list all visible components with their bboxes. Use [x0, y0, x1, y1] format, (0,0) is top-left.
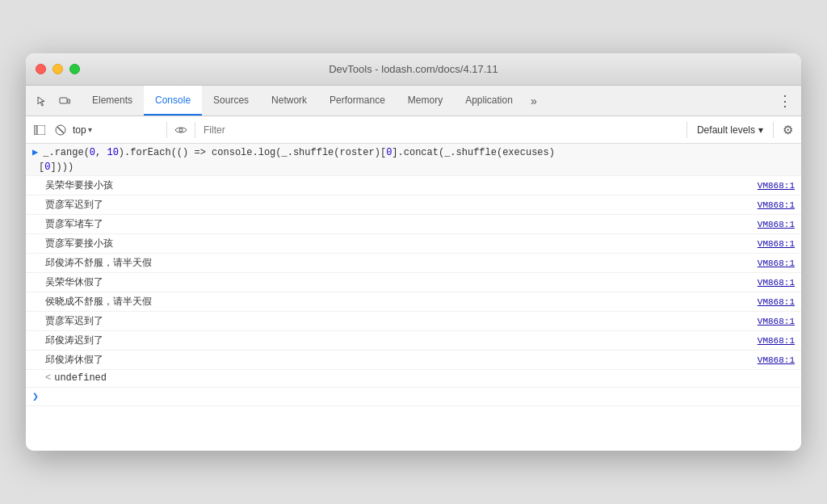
- sidebar-toggle-icon[interactable]: [31, 121, 48, 139]
- tab-performance[interactable]: Performance: [318, 86, 397, 116]
- vm-link-1[interactable]: VM868:1: [758, 200, 795, 210]
- log-entry-5: 吴荣华休假了 VM868:1: [26, 273, 801, 292]
- tab-network[interactable]: Network: [260, 86, 318, 116]
- vm-link-9[interactable]: VM868:1: [758, 355, 795, 365]
- vm-link-6[interactable]: VM868:1: [758, 297, 795, 307]
- vm-link-8[interactable]: VM868:1: [758, 336, 795, 346]
- traffic-lights: [36, 64, 80, 74]
- context-selector[interactable]: top ▾: [73, 120, 162, 141]
- log-entry-0: 吴荣华要接小孩 VM868:1: [26, 176, 801, 195]
- devtools-window: DevTools - lodash.com/docs/4.17.11 Eleme…: [26, 53, 801, 451]
- vm-link-2[interactable]: VM868:1: [758, 220, 795, 229]
- log-levels-selector[interactable]: Default levels ▾: [692, 124, 768, 136]
- log-text-3: 贾彦军要接小孩: [45, 237, 748, 250]
- prompt-chevron: ❯: [32, 390, 39, 403]
- log-text-8: 邱俊涛迟到了: [45, 334, 748, 347]
- console-output-area: ▶ _.range(0, 10).forEach(() => console.l…: [26, 144, 801, 451]
- command-line-1: ▶ _.range(0, 10).forEach(() => console.l…: [26, 144, 801, 161]
- log-text-9: 邱俊涛休假了: [45, 353, 748, 367]
- undefined-output: < undefined: [26, 370, 801, 388]
- window-title: DevTools - lodash.com/docs/4.17.11: [329, 63, 498, 75]
- log-text-6: 侯晓成不舒服，请半天假: [45, 295, 748, 309]
- more-tabs-button[interactable]: »: [524, 86, 544, 116]
- command-prompt-arrow: ▶: [32, 146, 38, 158]
- vm-link-3[interactable]: VM868:1: [758, 239, 795, 249]
- svg-point-6: [179, 128, 183, 132]
- log-entry-2: 贾彦军堵车了 VM868:1: [26, 215, 801, 234]
- svg-line-5: [57, 127, 64, 133]
- log-entry-6: 侯晓成不舒服，请半天假 VM868:1: [26, 292, 801, 312]
- devtools-menu-button[interactable]: ⋮: [770, 86, 801, 116]
- svg-rect-1: [68, 99, 70, 103]
- log-text-2: 贾彦军堵车了: [45, 217, 748, 231]
- console-toolbar: top ▾ Default levels ▾ ⚙: [26, 116, 801, 144]
- log-text-7: 贾彦军迟到了: [45, 314, 748, 328]
- command-continuation: [0]))): [39, 162, 795, 173]
- log-entry-8: 邱俊涛迟到了 VM868:1: [26, 331, 801, 351]
- tabs-bar: Elements Console Sources Network Perform…: [26, 86, 801, 116]
- titlebar: DevTools - lodash.com/docs/4.17.11: [26, 53, 801, 86]
- tab-sources[interactable]: Sources: [202, 86, 260, 116]
- tab-console[interactable]: Console: [144, 86, 202, 116]
- toolbar-divider-2: [195, 122, 195, 138]
- log-entry-9: 邱俊涛休假了 VM868:1: [26, 351, 801, 370]
- close-button[interactable]: [36, 64, 46, 74]
- chevron-down-icon: ▾: [758, 124, 763, 136]
- tab-application[interactable]: Application: [454, 86, 524, 116]
- vm-link-4[interactable]: VM868:1: [758, 258, 795, 268]
- log-text-4: 邱俊涛不舒服，请半天假: [45, 256, 748, 270]
- tab-memory[interactable]: Memory: [397, 86, 454, 116]
- log-text-5: 吴荣华休假了: [45, 275, 748, 289]
- inspect-cursor-icon[interactable]: [32, 91, 52, 111]
- console-prompt-line[interactable]: ❯: [26, 388, 801, 406]
- log-entry-1: 贾彦军迟到了 VM868:1: [26, 195, 801, 215]
- tab-elements[interactable]: Elements: [81, 86, 144, 116]
- log-entry-4: 邱俊涛不舒服，请半天假 VM868:1: [26, 254, 801, 273]
- vm-link-5[interactable]: VM868:1: [758, 278, 795, 288]
- toolbar-divider-4: [773, 122, 774, 138]
- eye-icon[interactable]: [172, 121, 190, 139]
- log-outputs-container: 吴荣华要接小孩 VM868:1 贾彦军迟到了 VM868:1 贾彦军堵车了 VM…: [26, 176, 801, 370]
- command-line-2: [0]))): [26, 161, 801, 175]
- filter-input[interactable]: [200, 124, 682, 136]
- log-text-1: 贾彦军迟到了: [45, 198, 748, 212]
- log-entry-3: 贾彦军要接小孩 VM868:1: [26, 234, 801, 254]
- svg-rect-0: [60, 98, 67, 103]
- maximize-button[interactable]: [69, 64, 80, 74]
- toolbar-divider-3: [686, 122, 687, 138]
- settings-icon[interactable]: ⚙: [779, 121, 796, 139]
- minimize-button[interactable]: [52, 64, 63, 74]
- clear-console-icon[interactable]: [52, 121, 69, 139]
- tab-left-icons: [32, 86, 81, 116]
- device-toggle-icon[interactable]: [55, 91, 74, 111]
- vm-link-7[interactable]: VM868:1: [758, 317, 795, 326]
- toolbar-divider-1: [166, 122, 167, 138]
- command-text: _.range(0, 10).forEach(() => console.log…: [43, 147, 795, 158]
- log-entry-7: 贾彦军迟到了 VM868:1: [26, 312, 801, 331]
- console-command-block: ▶ _.range(0, 10).forEach(() => console.l…: [26, 144, 801, 176]
- svg-rect-3: [34, 125, 37, 135]
- log-text-0: 吴荣华要接小孩: [45, 178, 748, 192]
- vm-link-0[interactable]: VM868:1: [758, 181, 795, 191]
